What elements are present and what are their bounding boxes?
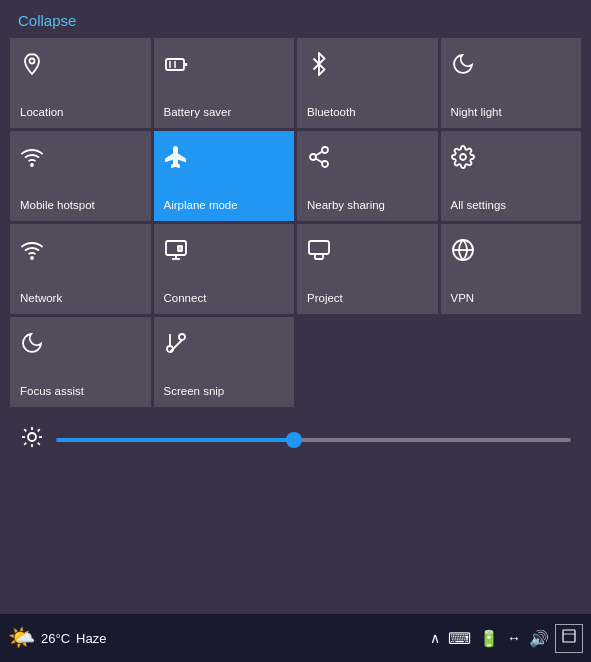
chevron-up-icon[interactable]: ∧ [430, 630, 440, 646]
tile-battery-saver[interactable]: Battery saver [154, 38, 295, 128]
svg-line-27 [24, 429, 26, 431]
tile-night-light[interactable]: Night light [441, 38, 582, 128]
network-taskbar-icon[interactable]: ↔ [507, 630, 521, 646]
tile-bluetooth[interactable]: Bluetooth [297, 38, 438, 128]
volume-icon[interactable]: 🔊 [529, 629, 549, 648]
taskbar-icons: ∧ ⌨ 🔋 ↔ 🔊 [430, 629, 549, 648]
mobile-hotspot-label: Mobile hotspot [20, 199, 95, 213]
svg-point-21 [179, 334, 185, 340]
header: Collapse [0, 0, 591, 38]
location-icon [20, 52, 44, 80]
network-icon [20, 238, 44, 266]
tile-nearby-sharing[interactable]: Nearby sharing [297, 131, 438, 221]
notification-icon [561, 628, 577, 644]
svg-line-28 [38, 443, 40, 445]
brightness-icon [20, 425, 44, 454]
svg-point-8 [322, 161, 328, 167]
brightness-section [0, 407, 591, 466]
tile-focus-assist[interactable]: Focus assist [10, 317, 151, 407]
tile-location[interactable]: Location [10, 38, 151, 128]
network-label: Network [20, 292, 62, 306]
night-light-label: Night light [451, 106, 502, 120]
svg-line-9 [316, 159, 323, 163]
bluetooth-label: Bluetooth [307, 106, 356, 120]
airplane-mode-icon [164, 145, 188, 173]
tile-project[interactable]: Project [297, 224, 438, 314]
airplane-mode-label: Airplane mode [164, 199, 238, 213]
tile-network[interactable]: Network [10, 224, 151, 314]
svg-point-0 [30, 59, 35, 64]
tile-vpn[interactable]: VPN [441, 224, 582, 314]
connect-label: Connect [164, 292, 207, 306]
screen-snip-label: Screen snip [164, 385, 225, 399]
connect-icon [164, 238, 188, 266]
battery-icon[interactable]: 🔋 [479, 629, 499, 648]
svg-rect-16 [178, 246, 182, 251]
svg-point-20 [167, 346, 173, 352]
nearby-sharing-icon [307, 145, 331, 173]
bluetooth-icon [307, 52, 331, 80]
condition: Haze [76, 631, 106, 646]
night-light-icon [451, 52, 475, 80]
svg-point-6 [322, 147, 328, 153]
keyboard-icon[interactable]: ⌨ [448, 629, 471, 648]
action-center: Collapse LocationBattery saverBluetoothN… [0, 0, 591, 662]
tile-connect[interactable]: Connect [154, 224, 295, 314]
taskbar-weather: 🌤️ 26°C Haze [8, 625, 106, 651]
tile-all-settings[interactable]: All settings [441, 131, 582, 221]
temperature: 26°C [41, 631, 70, 646]
notification-button[interactable] [555, 624, 583, 653]
all-settings-icon [451, 145, 475, 173]
screen-snip-icon [164, 331, 188, 359]
collapse-button[interactable]: Collapse [18, 12, 76, 29]
all-settings-label: All settings [451, 199, 507, 213]
svg-point-22 [28, 433, 36, 441]
nearby-sharing-label: Nearby sharing [307, 199, 385, 213]
svg-line-10 [316, 152, 323, 156]
vpn-icon [451, 238, 475, 266]
taskbar: 🌤️ 26°C Haze ∧ ⌨ 🔋 ↔ 🔊 [0, 614, 591, 662]
vpn-label: VPN [451, 292, 475, 306]
project-icon [307, 238, 331, 266]
svg-point-12 [31, 257, 33, 259]
svg-rect-31 [563, 630, 575, 642]
battery-saver-icon [164, 52, 188, 80]
svg-point-5 [31, 164, 33, 166]
sun-icon [20, 425, 44, 449]
brightness-slider[interactable] [56, 438, 571, 442]
focus-assist-label: Focus assist [20, 385, 84, 399]
tile-screen-snip[interactable]: Screen snip [154, 317, 295, 407]
location-label: Location [20, 106, 63, 120]
svg-rect-13 [166, 241, 186, 255]
mobile-hotspot-icon [20, 145, 44, 173]
weather-icon: 🌤️ [8, 625, 35, 651]
svg-point-7 [310, 154, 316, 160]
svg-line-30 [24, 443, 26, 445]
tile-airplane-mode[interactable]: Airplane mode [154, 131, 295, 221]
svg-rect-17 [309, 241, 329, 254]
svg-point-11 [460, 154, 466, 160]
svg-line-29 [38, 429, 40, 431]
battery-saver-label: Battery saver [164, 106, 232, 120]
focus-assist-icon [20, 331, 44, 359]
project-label: Project [307, 292, 343, 306]
tile-mobile-hotspot[interactable]: Mobile hotspot [10, 131, 151, 221]
tiles-grid: LocationBattery saverBluetoothNight ligh… [0, 38, 591, 407]
